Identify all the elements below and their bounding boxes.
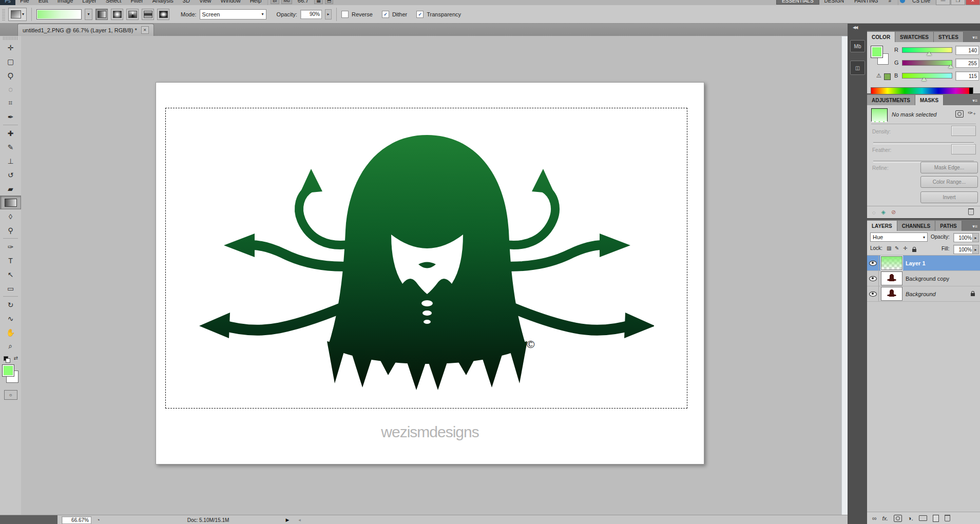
minimize-button[interactable]: — [936,0,950,5]
mask-selection-icon[interactable]: ◌ [872,209,876,216]
workspace-essentials[interactable]: ESSENTIALS [776,0,819,5]
tool-preset-picker[interactable]: ▾ [8,8,27,21]
fill-input[interactable]: 100% [953,245,974,254]
menu-file[interactable]: File [15,0,34,4]
tool-blur[interactable]: ◊ [0,209,21,223]
transparency-checkbox[interactable]: ✓ [416,11,424,18]
lock-pixels-icon[interactable]: ✎ [895,245,899,251]
panel-menu-icon[interactable]: ▾≡ [972,224,980,231]
layer-name[interactable]: Layer 1 [906,260,926,266]
blend-mode-select[interactable]: Screen ▾ [200,9,266,20]
layer-opacity-input[interactable]: 100% [953,233,974,242]
gamut-color-chip[interactable] [884,73,891,80]
tool-history-brush[interactable]: ↺ [0,168,21,182]
swap-colors-icon[interactable]: ⇄ [14,355,18,361]
app-zoom-field[interactable]: 66.7 [293,0,313,4]
fill-spinner[interactable]: ▸ [972,245,979,254]
delete-mask-icon[interactable] [968,208,974,216]
background-thumbnail[interactable] [881,287,902,301]
layer-name[interactable]: Background copy [906,276,949,282]
collapse-dock-icon[interactable]: ◀◀ [853,25,857,30]
layer-name[interactable]: Background [906,291,936,297]
opacity-spinner[interactable]: ▸ [325,9,332,20]
red-value-input[interactable]: 140 [955,46,979,55]
tool-eyedropper[interactable]: ✒ [0,110,21,124]
tab-color[interactable]: COLOR [867,32,895,42]
menu-edit[interactable]: Edit [34,0,53,4]
tool-dodge[interactable]: ⚲ [0,223,21,237]
tool-3d-orbit[interactable]: ∿ [0,312,21,325]
tool-gradient[interactable] [0,196,21,209]
add-layer-mask-icon[interactable] [894,515,902,522]
status-menu-arrow[interactable]: ▶ [285,517,289,522]
add-vector-mask-icon[interactable]: ✑₊ [968,109,976,117]
layer-blend-mode-select[interactable]: Hue ▾ [870,232,928,242]
dither-checkbox[interactable]: ✓ [382,11,389,18]
tool-move[interactable]: ✛ [0,41,21,54]
tool-hand[interactable]: ✋ [0,325,21,339]
add-pixel-mask-icon[interactable] [955,110,964,118]
gamut-warning-icon[interactable]: ⚠ [876,72,881,79]
layer-row-layer1[interactable]: Layer 1 [867,256,980,271]
layer-row-background-copy[interactable]: Background copy [867,271,980,286]
tool-3d-rotate[interactable]: ↻ [0,298,21,312]
foreground-color-well[interactable] [871,46,883,58]
tool-rectangle-shape[interactable]: ▭ [0,281,21,295]
tool-brush[interactable]: ✎ [0,140,21,154]
tab-masks[interactable]: MASKS [915,95,944,105]
mini-bridge-button[interactable]: Mb [281,0,292,4]
red-slider-thumb[interactable] [927,52,932,55]
tool-rectangular-marquee[interactable]: ▢ [0,54,21,68]
linear-gradient-button[interactable] [95,9,108,20]
background-copy-thumbnail[interactable] [881,271,902,285]
foreground-color-swatch[interactable] [2,364,14,377]
document-canvas[interactable]: © wezismdesigns [156,82,704,464]
lock-position-icon[interactable]: ✛ [903,245,907,251]
tab-swatches[interactable]: SWATCHES [895,32,934,42]
panel-menu-icon[interactable]: ▾≡ [972,98,980,105]
tab-layers[interactable]: LAYERS [867,221,897,231]
blue-value-input[interactable]: 115 [955,71,979,81]
link-layers-icon[interactable]: ∞ [872,515,877,522]
tab-channels[interactable]: CHANNELS [897,221,936,231]
opacity-input[interactable]: 90% [300,10,322,19]
tool-spot-healing-brush[interactable]: ✚ [0,126,21,140]
toolbar-grip[interactable] [3,36,18,40]
menu-select[interactable]: Select [101,0,126,4]
lock-transparency-icon[interactable]: ▨ [887,245,891,251]
tab-close-icon[interactable]: ✕ [141,26,149,34]
default-colors-icon-bg[interactable] [6,358,10,363]
tool-clone-stamp[interactable]: ⊥ [0,154,21,168]
menu-layer[interactable]: Layer [78,0,101,4]
tool-path-selection[interactable]: ↖ [0,267,21,281]
new-group-icon[interactable] [919,515,927,521]
disable-mask-icon[interactable]: ⊘ [891,209,896,216]
visibility-cell[interactable] [867,256,879,270]
radial-gradient-button[interactable] [111,9,123,20]
menu-analysis[interactable]: Analysis [148,0,178,4]
panel-menu-icon[interactable]: ▾≡ [972,35,980,42]
tab-styles[interactable]: STYLES [934,32,964,42]
gradient-preview[interactable] [36,9,82,20]
lock-all-icon[interactable] [912,249,916,252]
document-tab[interactable]: untitled1_2.PNG @ 66.7% (Layer 1, RGB/8)… [17,24,154,36]
tool-type[interactable]: T [0,254,21,267]
close-button[interactable]: ✕ [966,0,980,5]
quick-mask-button[interactable]: ○ [4,390,17,400]
menu-view[interactable]: View [195,0,216,4]
layer-row-background[interactable]: Background [867,286,980,302]
options-grip[interactable] [2,8,5,21]
screen-mode-icon[interactable]: ⬒ [325,0,334,4]
collapsed-panel-button[interactable]: ◫ [850,61,865,75]
delete-layer-icon[interactable] [945,515,950,521]
bridge-button[interactable]: Br [271,0,279,4]
gradient-picker-arrow[interactable]: ▾ [85,9,92,20]
layer-style-icon[interactable]: fx. [882,515,889,521]
menu-3d[interactable]: 3D [178,0,195,4]
status-zoom-input[interactable]: 66.67% [62,516,91,524]
mini-bridge-panel-button[interactable]: Mb [850,40,865,52]
green-slider[interactable] [902,60,952,66]
tool-zoom[interactable]: ⌕ [0,339,21,353]
workspace-design[interactable]: DESIGN [819,0,849,4]
pasteboard[interactable]: © wezismdesigns [21,36,841,515]
